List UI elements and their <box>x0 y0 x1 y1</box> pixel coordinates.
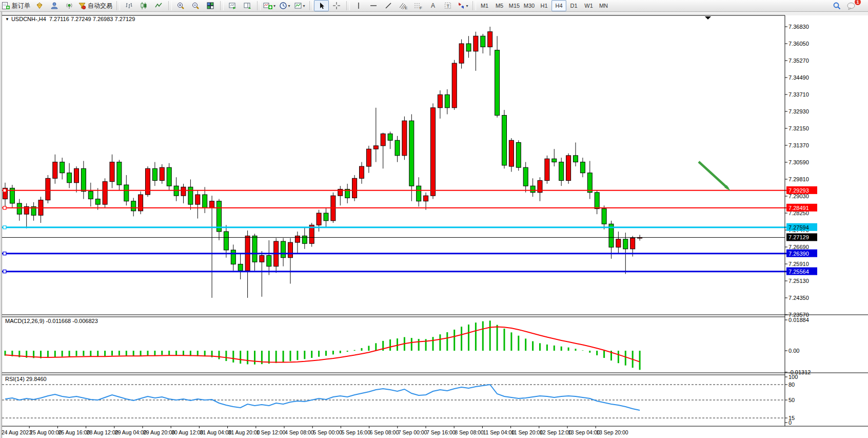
chevron-down-icon[interactable]: ▾ <box>288 4 290 8</box>
notifications-button[interactable]: 1 <box>844 0 859 11</box>
doc-plus-icon <box>2 2 10 10</box>
textA-icon: A <box>429 2 437 10</box>
chevron-down-icon[interactable]: ▾ <box>466 4 468 8</box>
timeframe-w1[interactable]: W1 <box>581 0 596 11</box>
toolbar-separator <box>346 1 350 10</box>
toolbar-separator <box>168 1 172 10</box>
toolbar-right-group: 1 <box>829 0 868 11</box>
arrows-button[interactable]: ▾ <box>455 0 470 11</box>
svg-text:30 Aug 12:00: 30 Aug 12:00 <box>171 429 203 435</box>
tile-windows-button[interactable] <box>203 0 218 11</box>
new-order-button[interactable]: 新订单 <box>0 0 32 11</box>
chart-ohlc-values: 7.27116 7.27249 7.26983 7.27129 <box>49 16 135 22</box>
svg-text:29 Aug 04:00: 29 Aug 04:00 <box>115 429 147 435</box>
toolbar-separator <box>220 1 224 10</box>
auto-scroll-button[interactable] <box>225 0 240 11</box>
svg-text:7.28491: 7.28491 <box>788 205 809 211</box>
svg-text:0.00: 0.00 <box>788 348 799 354</box>
svg-text:7.25130: 7.25130 <box>788 278 809 284</box>
trendline-button[interactable] <box>381 0 396 11</box>
timeframe-d1[interactable]: D1 <box>566 0 581 11</box>
bar-chart-button[interactable] <box>121 0 136 11</box>
toolbar-group <box>121 0 166 11</box>
text-button[interactable]: A <box>425 0 440 11</box>
templates-button[interactable]: ▾ <box>292 0 307 11</box>
crosshair-button[interactable] <box>329 0 344 11</box>
equidistant-channel-button[interactable]: E <box>396 0 410 11</box>
search-button[interactable] <box>829 0 844 11</box>
chart-menu-icon[interactable]: ▼ <box>5 17 9 22</box>
toolbar-separator <box>257 1 261 10</box>
indicators-icon <box>263 2 272 10</box>
chart-title: ▼USDCNH-,H4 7.27116 7.27249 7.26983 7.27… <box>5 16 135 22</box>
svg-text:25 Aug 00:00: 25 Aug 00:00 <box>30 429 62 435</box>
svg-text:7.36830: 7.36830 <box>788 24 809 30</box>
chevron-down-icon[interactable]: ▾ <box>303 4 305 8</box>
autotrading-button-label: 自动交易 <box>88 2 112 10</box>
cursor-button[interactable] <box>314 0 329 11</box>
mt4-window: 新订单自动交易▾▾▾EFAT▾M1M5M15M30H1H4D1W1MN1 7.3… <box>0 0 868 438</box>
svg-text:11 Sep 20:00: 11 Sep 20:00 <box>511 429 543 435</box>
timeframe-m5[interactable]: M5 <box>492 0 507 11</box>
timeframe-m30[interactable]: M30 <box>522 0 537 11</box>
clock-icon <box>279 2 287 10</box>
svg-text:25 Aug 16:00: 25 Aug 16:00 <box>58 429 90 435</box>
vertical-line-button[interactable] <box>351 0 366 11</box>
axis-price-label: 7.26390 <box>786 250 817 257</box>
horizontal-line-button[interactable] <box>366 0 381 11</box>
crosshair-icon <box>332 2 341 10</box>
search-icon <box>833 2 841 10</box>
axis-price-label: 7.27594 <box>786 223 817 231</box>
person-icon <box>50 2 58 10</box>
autotrade-icon <box>78 2 86 10</box>
svg-text:13 Sep 20:00: 13 Sep 20:00 <box>596 429 628 435</box>
toolbar-group <box>225 0 254 11</box>
svg-text:50: 50 <box>788 397 795 403</box>
autoscroll-icon <box>228 2 236 10</box>
svg-text:F: F <box>420 6 422 10</box>
cursor-icon <box>318 2 326 10</box>
zoom-out-button[interactable] <box>188 0 203 11</box>
svg-text:31 Aug 20:00: 31 Aug 20:00 <box>228 429 260 435</box>
profile-button[interactable] <box>47 0 62 11</box>
svg-text:7.25910: 7.25910 <box>788 261 809 267</box>
svg-text:7.35270: 7.35270 <box>788 58 809 64</box>
timeframe-h1[interactable]: H1 <box>537 0 551 11</box>
line-chart-button[interactable] <box>151 0 166 11</box>
signals-button[interactable] <box>62 0 76 11</box>
chart-shift-button[interactable] <box>240 0 254 11</box>
axis-price-label: 7.29293 <box>786 186 817 194</box>
svg-text:5 Sep 00:00: 5 Sep 00:00 <box>313 429 342 435</box>
timeframe-m1[interactable]: M1 <box>477 0 492 11</box>
svg-text:A: A <box>431 2 435 9</box>
svg-text:7.32150: 7.32150 <box>788 125 809 131</box>
svg-text:29 Aug 20:00: 29 Aug 20:00 <box>143 429 175 435</box>
indicators-button[interactable]: ▾ <box>262 0 277 11</box>
notification-badge: 1 <box>854 0 861 6</box>
autotrading-button[interactable]: 自动交易 <box>76 0 114 11</box>
fibonacci-button[interactable]: F <box>410 0 425 11</box>
text-label-button[interactable]: T <box>440 0 455 11</box>
svg-text:0.01884: 0.01884 <box>788 317 809 323</box>
toolbar-group: 新订单自动交易 <box>0 0 114 11</box>
svg-text:7.31370: 7.31370 <box>788 142 809 148</box>
periods-button[interactable]: ▾ <box>277 0 292 11</box>
timeframe-mn[interactable]: MN <box>596 0 611 11</box>
trendline-icon <box>384 2 392 10</box>
timeframe-m15[interactable]: M15 <box>507 0 522 11</box>
chevron-down-icon[interactable]: ▾ <box>273 4 275 8</box>
svg-text:1 Sep 12:00: 1 Sep 12:00 <box>257 429 286 435</box>
svg-text:12 Sep 12:00: 12 Sep 12:00 <box>540 429 572 435</box>
chart-canvas[interactable]: 7.368307.360507.352707.344907.337107.329… <box>0 12 868 438</box>
candlestick-chart-button[interactable] <box>136 0 151 11</box>
channel-icon: E <box>399 2 408 10</box>
zoom-in-button[interactable] <box>173 0 188 11</box>
hline-icon <box>369 2 378 10</box>
svg-text:7.27129: 7.27129 <box>788 234 809 240</box>
timeframe-h4[interactable]: H4 <box>551 0 566 11</box>
mql-community-button[interactable] <box>32 0 47 11</box>
chart-symbol: USDCNH-,H4 <box>11 16 46 22</box>
svg-text:11 Sep 04:00: 11 Sep 04:00 <box>483 429 515 435</box>
axis-price-label: 7.27129 <box>786 233 817 241</box>
svg-text:5 Sep 16:00: 5 Sep 16:00 <box>341 429 370 435</box>
